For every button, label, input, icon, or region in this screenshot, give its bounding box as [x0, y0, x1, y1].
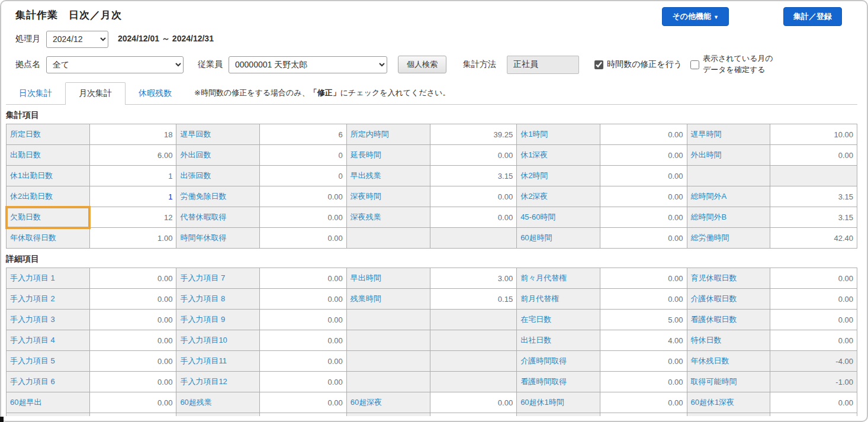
site-label: 拠点名: [15, 59, 40, 70]
item-label: [517, 413, 600, 416]
aggregate-register-label: 集計／登録: [793, 12, 832, 21]
item-value: 39.25: [430, 124, 517, 145]
item-value: 0.00: [770, 330, 857, 351]
fix-hours-checkbox[interactable]: [594, 60, 603, 69]
site-select[interactable]: 全て: [46, 56, 184, 73]
item-label: 休1時間: [517, 124, 600, 145]
item-value: [430, 330, 517, 351]
item-label: 代替休暇取得: [176, 207, 260, 228]
item-value: 0.00: [600, 186, 687, 207]
item-value: -1.00: [770, 372, 857, 392]
item-value: [430, 372, 517, 392]
item-label: 休2時間: [517, 166, 600, 186]
item-value: 18: [89, 124, 176, 145]
item-value: [430, 413, 517, 416]
item-value: 0.00: [770, 268, 857, 289]
item-label: 60超休1時間: [517, 392, 600, 413]
item-value: 10.00: [770, 124, 857, 145]
process-month-select[interactable]: 2024/12: [46, 31, 108, 48]
table-row: 手入力項目 10.00手入力項目 70.00早出時間3.00前々月代替権0.00…: [7, 268, 857, 289]
fix-hours-checkbox-group[interactable]: 時間数の修正を行う: [594, 59, 682, 70]
item-value: [430, 351, 517, 372]
item-value: 0.00: [260, 268, 347, 289]
item-value: 0.00: [600, 392, 687, 413]
item-value: 1: [89, 186, 176, 207]
item-label: 年休残日数: [687, 351, 770, 372]
item-label: 在宅日数: [517, 310, 600, 330]
item-label: 休1深夜: [517, 145, 600, 166]
item-value: 0.00: [430, 145, 517, 166]
confirm-month-checkbox[interactable]: [690, 60, 699, 69]
item-label: 手入力項目11: [176, 351, 260, 372]
item-label: 延長時間: [346, 145, 430, 166]
item-label: 看護休暇日数: [687, 310, 770, 330]
table-row: 手入力項目 40.00手入力項目100.00出社日数4.00特休日数0.00: [7, 330, 857, 351]
summary-table: 所定日数18遅早回数6所定内時間39.25休1時間0.00遅早時間10.00出勤…: [6, 124, 857, 249]
tab-monthly[interactable]: 月次集計: [65, 82, 126, 105]
item-label: 時間年休取得: [176, 228, 260, 249]
tab-daily[interactable]: 日次集計: [6, 83, 65, 104]
item-label: 残業時間: [346, 289, 430, 310]
item-value: 0.00: [89, 310, 176, 330]
tab-leave-balance[interactable]: 休暇残数: [126, 83, 185, 104]
item-label: 60超休1深夜: [687, 392, 770, 413]
item-label: 介護休暇日数: [687, 289, 770, 310]
item-value: 0.00: [770, 310, 857, 330]
tab-note: ※時間数の修正をする場合のみ、「修正」にチェックを入れてください。: [185, 88, 450, 104]
top-action-buttons: その他機能▼ 集計／登録: [662, 7, 842, 26]
item-value: 0.00: [430, 392, 517, 413]
item-value: 0.00: [89, 268, 176, 289]
item-value: 0.00: [770, 145, 857, 166]
table-row: 出勤日数6.00外出回数0延長時間0.00休1深夜0.00外出時間0.00: [7, 145, 857, 166]
item-value: 0.00: [260, 186, 347, 207]
item-label: 手入力項目10: [176, 330, 260, 351]
item-value: 0.00: [430, 186, 517, 207]
other-functions-button[interactable]: その他機能▼: [662, 7, 729, 26]
item-value: 0.00: [89, 392, 176, 413]
highlighted-item-label: 欠勤日数: [7, 207, 90, 228]
table-row: 欠勤日数12代替休暇取得0.00深夜残業0.0045-60時間0.00総時間外B…: [7, 207, 857, 228]
item-value: [770, 413, 857, 416]
table-row: 手入力項目 30.00手入力項目 90.00在宅日数5.00看護休暇日数0.00: [7, 310, 857, 330]
confirm-month-checkbox-group[interactable]: 表示されている月の データを確定する: [690, 53, 773, 76]
item-value: 0.00: [260, 207, 347, 228]
personal-search-button[interactable]: 個人検索: [398, 56, 446, 73]
table-row: 年休取得日数1.00時間年休取得0.0060超時間0.00総労働時間42.40: [7, 228, 857, 249]
item-value: 0.00: [89, 330, 176, 351]
item-value: 0.00: [770, 392, 857, 413]
item-label: 早出残業: [346, 166, 430, 186]
item-label: 総労働時間: [687, 228, 770, 249]
item-value: 1: [89, 166, 176, 186]
item-label: [176, 413, 260, 416]
aggregate-register-button[interactable]: 集計／登録: [783, 7, 842, 26]
item-label: 遅早回数: [176, 124, 260, 145]
item-label: 休2出勤日数: [7, 186, 90, 207]
cursor-artifact: [0, 417, 4, 422]
partial-row: [7, 413, 857, 416]
item-label: 手入力項目 8: [176, 289, 260, 310]
item-label: 60超早出: [7, 392, 90, 413]
item-value: 4.00: [600, 330, 687, 351]
item-label: 手入力項目 1: [7, 268, 90, 289]
item-value: 0.00: [89, 351, 176, 372]
item-value: [600, 413, 687, 416]
item-value: 0.00: [600, 289, 687, 310]
item-value: 0.00: [260, 330, 347, 351]
detail-table: 手入力項目 10.00手入力項目 70.00早出時間3.00前々月代替権0.00…: [6, 268, 857, 416]
item-value: 0.00: [260, 392, 347, 413]
employee-select[interactable]: 00000001 天野太郎: [229, 56, 387, 73]
confirm-month-label-line1: 表示されている月の: [703, 54, 773, 63]
item-value: 3.15: [770, 207, 857, 228]
item-label: 前々月代替権: [517, 268, 600, 289]
note-bold: 「修正」: [310, 88, 340, 97]
item-label: 外出時間: [687, 145, 770, 166]
item-label: 労働免除日数: [176, 186, 260, 207]
item-label: [346, 330, 430, 351]
item-label: 60超深夜: [346, 392, 430, 413]
tab-bar: 日次集計 月次集計 休暇残数 ※時間数の修正をする場合のみ、「修正」にチェックを…: [6, 82, 857, 105]
filter-row: 拠点名 全て 従業員 00000001 天野太郎 個人検索 集計方法 時間数の修…: [15, 55, 857, 74]
confirm-month-label: 表示されている月の データを確定する: [703, 53, 773, 76]
item-label: 外出回数: [176, 145, 260, 166]
aggregation-page: 集計作業 日次／月次 その他機能▼ 集計／登録 処理月 2024/12 2024…: [1, 1, 867, 421]
item-value: 0.00: [260, 310, 347, 330]
